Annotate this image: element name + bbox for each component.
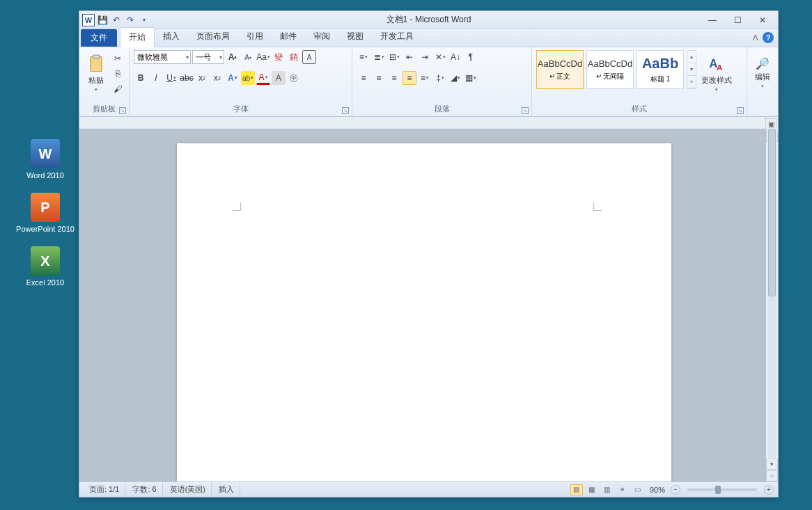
bold-icon[interactable]: B bbox=[134, 71, 148, 85]
italic-icon[interactable]: I bbox=[149, 71, 163, 85]
vertical-scrollbar[interactable]: ▣ ▴ ▾ ○ bbox=[765, 117, 778, 481]
zoom-in-button[interactable]: + bbox=[764, 485, 774, 495]
styles-expand-icon[interactable]: ▿ bbox=[687, 76, 696, 88]
tab-3[interactable]: 引用 bbox=[238, 27, 272, 47]
enclose-characters-icon[interactable]: ㊥ bbox=[287, 71, 301, 85]
tab-6[interactable]: 视图 bbox=[338, 27, 372, 47]
clipboard-launcher[interactable]: ↘ bbox=[119, 107, 126, 114]
decrease-indent-icon[interactable]: ⇤ bbox=[403, 50, 416, 64]
style-item-0[interactable]: AaBbCcDd↵ 正文 bbox=[536, 50, 584, 89]
scroll-down-icon[interactable]: ▾ bbox=[766, 459, 778, 470]
clear-formatting-icon[interactable]: 銷 bbox=[287, 50, 301, 64]
phonetic-guide-icon[interactable]: 變 bbox=[272, 50, 286, 64]
asian-layout-icon[interactable]: ✕ bbox=[433, 50, 447, 64]
styles-up-icon[interactable]: ▴ bbox=[687, 51, 696, 63]
character-border-icon[interactable]: A bbox=[302, 50, 316, 64]
page[interactable] bbox=[177, 143, 671, 481]
word-window: W 💾 ↶ ↷ ▾ 文档1 - Microsoft Word — ☐ ✕ 文件 … bbox=[79, 10, 779, 497]
align-center-icon[interactable]: ≡ bbox=[372, 71, 386, 85]
status-mode[interactable]: 插入 bbox=[213, 482, 240, 497]
font-color-icon[interactable]: A bbox=[256, 71, 270, 85]
paste-button[interactable]: 粘贴 ▾ bbox=[84, 50, 108, 96]
view-full-screen-icon[interactable]: ▦ bbox=[586, 484, 598, 495]
justify-icon[interactable]: ≡ bbox=[403, 71, 416, 85]
numbering-icon[interactable]: ≣ bbox=[372, 50, 386, 64]
browse-object-icon[interactable]: ○ bbox=[766, 470, 778, 481]
text-effects-icon[interactable]: A bbox=[226, 71, 240, 85]
app-icon[interactable]: W bbox=[82, 14, 95, 26]
status-language[interactable]: 英语(美国) bbox=[164, 482, 212, 497]
copy-icon[interactable]: ⎘ bbox=[111, 67, 125, 81]
line-spacing-icon[interactable]: ‡ bbox=[433, 71, 447, 85]
styles-down-icon[interactable]: ▾ bbox=[687, 63, 696, 76]
minimize-ribbon-icon[interactable]: ᐱ bbox=[753, 33, 758, 42]
view-draft-icon[interactable]: ▭ bbox=[632, 484, 644, 495]
shading-icon[interactable]: ◢ bbox=[448, 71, 462, 85]
view-web-layout-icon[interactable]: ▥ bbox=[601, 484, 614, 495]
font-size-combo[interactable]: 一号▾ bbox=[192, 50, 224, 64]
redo-icon[interactable]: ↷ bbox=[124, 14, 136, 26]
align-right-icon[interactable]: ≡ bbox=[387, 71, 401, 85]
increase-indent-icon[interactable]: ⇥ bbox=[418, 50, 432, 64]
desktop-icon-word[interactable]: WWord 2010 bbox=[14, 139, 77, 180]
multilevel-list-icon[interactable]: ⊟ bbox=[387, 50, 401, 64]
close-button[interactable]: ✕ bbox=[753, 14, 772, 26]
view-outline-icon[interactable]: ≡ bbox=[616, 484, 629, 495]
save-icon[interactable]: 💾 bbox=[96, 14, 109, 26]
document-canvas[interactable] bbox=[79, 129, 765, 481]
desktop-icon-ppt[interactable]: PPowerPoint 2010 bbox=[14, 193, 77, 234]
style-name: ↵ 无间隔 bbox=[596, 72, 625, 81]
distributed-icon[interactable]: ≡ bbox=[418, 71, 432, 85]
zoom-level[interactable]: 90% bbox=[647, 486, 668, 494]
zoom-slider[interactable] bbox=[687, 488, 757, 491]
tab-1[interactable]: 插入 bbox=[155, 27, 188, 47]
tab-2[interactable]: 页面布局 bbox=[188, 27, 238, 47]
change-case-icon[interactable]: Aa bbox=[256, 50, 270, 64]
style-item-1[interactable]: AaBbCcDd↵ 无间隔 bbox=[586, 50, 634, 89]
editing-button[interactable]: 🔎 编辑 ▾ bbox=[751, 50, 774, 96]
qat-customize-icon[interactable]: ▾ bbox=[138, 14, 150, 26]
ruler-toggle-icon[interactable]: ▣ bbox=[765, 118, 776, 129]
tab-0[interactable]: 开始 bbox=[120, 27, 155, 47]
tab-file[interactable]: 文件 bbox=[81, 29, 117, 47]
highlight-icon[interactable]: ab bbox=[241, 71, 255, 85]
shrink-font-icon[interactable]: A▾ bbox=[241, 50, 255, 64]
sort-icon[interactable]: A↓ bbox=[448, 50, 462, 64]
font-launcher[interactable]: ↘ bbox=[342, 107, 349, 114]
format-painter-icon[interactable]: 🖌 bbox=[111, 82, 125, 96]
grow-font-icon[interactable]: A▴ bbox=[226, 50, 240, 64]
tab-5[interactable]: 审阅 bbox=[305, 27, 338, 47]
undo-icon[interactable]: ↶ bbox=[110, 14, 123, 26]
group-paragraph-label: 段落 bbox=[357, 102, 527, 116]
scroll-track[interactable] bbox=[768, 129, 776, 458]
style-item-2[interactable]: AaBb标题 1 bbox=[637, 50, 684, 89]
desktop-icon-xls[interactable]: XExcel 2010 bbox=[14, 246, 77, 287]
view-print-layout-icon[interactable]: ▤ bbox=[570, 484, 583, 495]
cut-icon[interactable]: ✂ bbox=[111, 51, 125, 65]
show-marks-icon[interactable]: ¶ bbox=[464, 50, 478, 64]
align-left-icon[interactable]: ≡ bbox=[357, 71, 370, 85]
tab-7[interactable]: 开发工具 bbox=[372, 27, 422, 47]
font-name-combo[interactable]: 微软雅黑▾ bbox=[134, 50, 191, 64]
scroll-thumb[interactable] bbox=[768, 129, 776, 296]
minimize-button[interactable]: — bbox=[703, 14, 722, 26]
maximize-button[interactable]: ☐ bbox=[728, 14, 747, 26]
desktop-icon-label: Excel 2010 bbox=[26, 278, 64, 287]
bullets-icon[interactable]: ≡ bbox=[357, 50, 370, 64]
status-words[interactable]: 字数: 6 bbox=[127, 482, 162, 497]
paragraph-launcher[interactable]: ↘ bbox=[522, 107, 529, 114]
borders-icon[interactable]: ▦ bbox=[464, 71, 478, 85]
underline-icon[interactable]: U bbox=[164, 71, 178, 85]
strikethrough-icon[interactable]: abc bbox=[180, 71, 194, 85]
subscript-icon[interactable]: x2 bbox=[195, 71, 209, 85]
help-icon[interactable]: ? bbox=[763, 32, 774, 43]
horizontal-ruler[interactable] bbox=[79, 117, 765, 129]
styles-launcher[interactable]: ↘ bbox=[737, 107, 744, 114]
zoom-slider-thumb[interactable] bbox=[715, 486, 721, 494]
character-shading-icon[interactable]: A bbox=[272, 71, 286, 85]
tab-4[interactable]: 邮件 bbox=[272, 27, 305, 47]
zoom-out-button[interactable]: − bbox=[671, 485, 680, 495]
superscript-icon[interactable]: x2 bbox=[210, 71, 224, 85]
change-styles-button[interactable]: AA 更改样式 ▾ bbox=[699, 50, 734, 96]
status-page[interactable]: 页面: 1/1 bbox=[84, 482, 125, 497]
